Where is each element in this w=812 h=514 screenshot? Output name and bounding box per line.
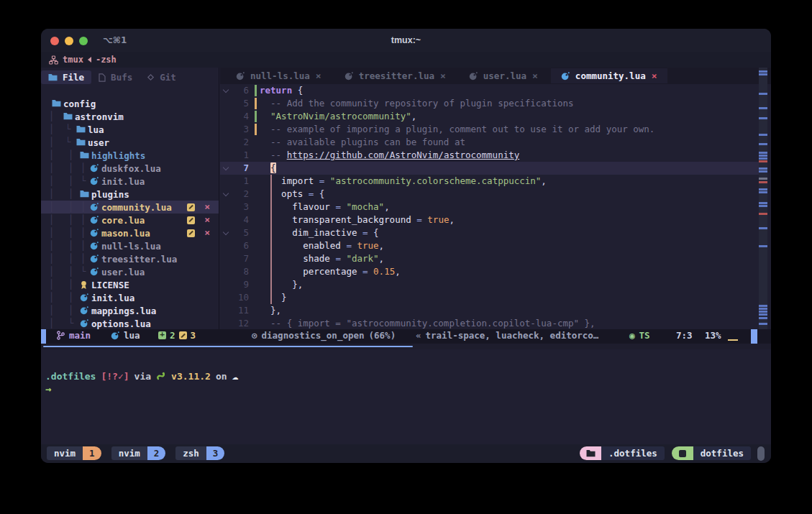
code-line-3[interactable]: 3 -- example of imporing a plugin, comme… bbox=[220, 123, 771, 136]
code-text: opts = { bbox=[260, 188, 324, 201]
scrollbar-strip[interactable] bbox=[759, 68, 767, 329]
scrollbar-mark bbox=[759, 73, 767, 75]
tmux-pane-border[interactable] bbox=[41, 344, 771, 349]
tree-item-null-ls.lua[interactable]: │││null-ls.lua bbox=[41, 239, 219, 252]
tree-item-duskfox.lua[interactable]: │││duskfox.lua bbox=[41, 162, 219, 175]
code-line-5[interactable]: 5 -- Add the community repository of plu… bbox=[220, 97, 771, 110]
code-line-11[interactable]: 11 }, bbox=[220, 304, 771, 317]
tree-item-init.lua[interactable]: ││init.lua bbox=[41, 291, 219, 304]
tree-item-init.lua[interactable]: ││└init.lua bbox=[41, 175, 219, 188]
code-text: { bbox=[260, 162, 276, 175]
code-buffer[interactable]: 6return {5 -- Add the community reposito… bbox=[220, 84, 771, 329]
code-text: -- available plugins can be found at bbox=[260, 136, 465, 149]
indent-guide: │ bbox=[49, 123, 55, 136]
code-line-8[interactable]: 8 percentage = 0.15, bbox=[220, 265, 771, 278]
neotree-tab-git[interactable]: Git bbox=[140, 70, 183, 84]
tree-item-mason.lua[interactable]: │││mason.lua× bbox=[41, 226, 219, 239]
tmux-module-.dotfiles[interactable]: .dotfiles bbox=[580, 446, 665, 460]
git-icon bbox=[672, 446, 693, 460]
close-buffer-icon[interactable]: × bbox=[652, 70, 657, 81]
fold-chevron-icon[interactable] bbox=[223, 229, 229, 235]
shell-pane[interactable]: .dotfiles [!?✓] via v3.11.2 on ☁ → bbox=[41, 349, 771, 444]
tree-item-lua[interactable]: │└lua bbox=[41, 123, 219, 136]
tree-item-astronvim[interactable]: │astronvim bbox=[41, 110, 219, 123]
code-line-7[interactable]: 7 shade = "dark", bbox=[220, 252, 771, 265]
tmux-module-dotfiles[interactable]: dotfiles bbox=[672, 446, 751, 460]
code-text: }, bbox=[260, 304, 281, 317]
line-number: 5 bbox=[230, 97, 249, 110]
code-line-12[interactable]: 12 -- { import = "astrocommunity.complet… bbox=[220, 317, 771, 330]
fold-chevron-icon[interactable] bbox=[223, 87, 229, 93]
tree-item-config[interactable]: config bbox=[41, 97, 219, 110]
code-line-4[interactable]: 4 transparent_background = true, bbox=[220, 214, 771, 226]
code-text: dim_inactive = { bbox=[260, 226, 379, 239]
neotree-tab-file[interactable]: File bbox=[41, 70, 91, 84]
code-line-6[interactable]: 6 enabled = true, bbox=[220, 239, 771, 252]
code-line-2[interactable]: 2 -- available plugins can be found at bbox=[220, 136, 771, 149]
treesitter-label: TS bbox=[639, 330, 650, 341]
git-modified-icon bbox=[187, 229, 195, 237]
code-line-5[interactable]: 5 dim_inactive = { bbox=[220, 226, 771, 239]
file-icon bbox=[99, 73, 106, 82]
code-text: return { bbox=[260, 84, 303, 97]
tmux-window-2[interactable]: nvim2 bbox=[111, 446, 166, 460]
buffer-tab-user.lua[interactable]: user.lua× bbox=[459, 68, 548, 83]
indent-guide: │ bbox=[49, 175, 55, 188]
buffer-tab-community.lua[interactable]: community.lua× bbox=[551, 68, 667, 83]
tmux-window-name: nvim bbox=[47, 446, 83, 460]
close-buffer-icon[interactable]: × bbox=[316, 70, 321, 81]
tree-item-community.lua[interactable]: │││community.lua× bbox=[41, 201, 219, 214]
code-line-9[interactable]: 9 }, bbox=[220, 278, 771, 291]
scrollbar-mark bbox=[759, 170, 767, 173]
fold-chevron-icon[interactable] bbox=[223, 165, 229, 170]
tree-item-plugins[interactable]: ││plugins bbox=[41, 188, 219, 201]
tree-item-user[interactable]: │└user bbox=[41, 136, 219, 149]
indent-guide: │ bbox=[49, 188, 55, 201]
code-text: transparent_background = true, bbox=[260, 214, 455, 226]
formatters-segment: « trail-space, luacheck, editorco… bbox=[416, 330, 598, 341]
scrollbar-mark bbox=[759, 202, 767, 204]
statusline: main lua 2 3 ⊙ diagnostics_on_open (66%)… bbox=[41, 329, 771, 344]
scrollbar-mark bbox=[759, 313, 767, 316]
neotree-tab-bufs[interactable]: Bufs bbox=[91, 70, 140, 84]
code-line-1[interactable]: 1 -- https://github.com/AstroNvim/astroc… bbox=[220, 149, 771, 162]
fold-chevron-icon[interactable] bbox=[223, 191, 229, 196]
terminal-tab-bar[interactable]: tmux -zsh bbox=[41, 52, 771, 68]
indent-guide: │ bbox=[68, 162, 74, 175]
code-line-7[interactable]: 7 { bbox=[220, 162, 759, 175]
indent-guide: │ bbox=[49, 278, 55, 291]
tree-item-user.lua[interactable]: ││└user.lua bbox=[41, 265, 219, 278]
line-number: 7 bbox=[230, 162, 249, 175]
tree-item-LICENSE[interactable]: ││LICENSE bbox=[41, 278, 219, 291]
lua-icon bbox=[345, 72, 353, 81]
scrollbar-mark bbox=[759, 245, 767, 247]
prompt-via-label: via bbox=[134, 371, 151, 382]
tree-item-options.lua[interactable]: │└options.lua bbox=[41, 317, 219, 330]
code-line-3[interactable]: 3 flavour = "mocha", bbox=[220, 201, 771, 214]
scrollbar-mark bbox=[759, 167, 767, 170]
tmux-window-3[interactable]: zsh3 bbox=[175, 446, 224, 460]
close-buffer-icon[interactable]: × bbox=[532, 70, 538, 81]
code-line-4[interactable]: 4 "AstroNvim/astrocommunity", bbox=[220, 110, 771, 123]
filetype-label: lua bbox=[124, 330, 140, 341]
code-line-6[interactable]: 6return { bbox=[220, 84, 771, 97]
buffer-tab-null-ls.lua[interactable]: null-ls.lua× bbox=[226, 68, 332, 83]
lsp-progress-percent: (66%) bbox=[369, 330, 396, 341]
buffer-tab-treesitter.lua[interactable]: treesitter.lua× bbox=[334, 68, 456, 83]
tree-item-highlights[interactable]: ││highlights bbox=[41, 149, 219, 162]
git-modified-icon bbox=[187, 203, 195, 211]
tree-item-treesitter.lua[interactable]: │││treesitter.lua bbox=[41, 252, 219, 265]
line-number: 11 bbox=[230, 304, 249, 317]
tree-item-mappings.lua[interactable]: ││mappings.lua bbox=[41, 304, 219, 317]
code-line-10[interactable]: 10 } bbox=[220, 291, 771, 304]
tree-item-core.lua[interactable]: │││core.lua× bbox=[41, 214, 219, 226]
indent-guide: │ bbox=[81, 214, 86, 226]
code-text: import = "astrocommunity.colorscheme.cat… bbox=[260, 175, 547, 188]
indent-guide: │ bbox=[81, 162, 86, 175]
scrollbar-mark bbox=[759, 205, 767, 207]
code-line-1[interactable]: 1 import = "astrocommunity.colorscheme.c… bbox=[220, 175, 771, 188]
code-line-2[interactable]: 2 opts = { bbox=[220, 188, 771, 201]
tmux-window-1[interactable]: nvim1 bbox=[47, 446, 101, 460]
close-buffer-icon[interactable]: × bbox=[440, 70, 446, 81]
git-modified-icon bbox=[187, 216, 195, 224]
